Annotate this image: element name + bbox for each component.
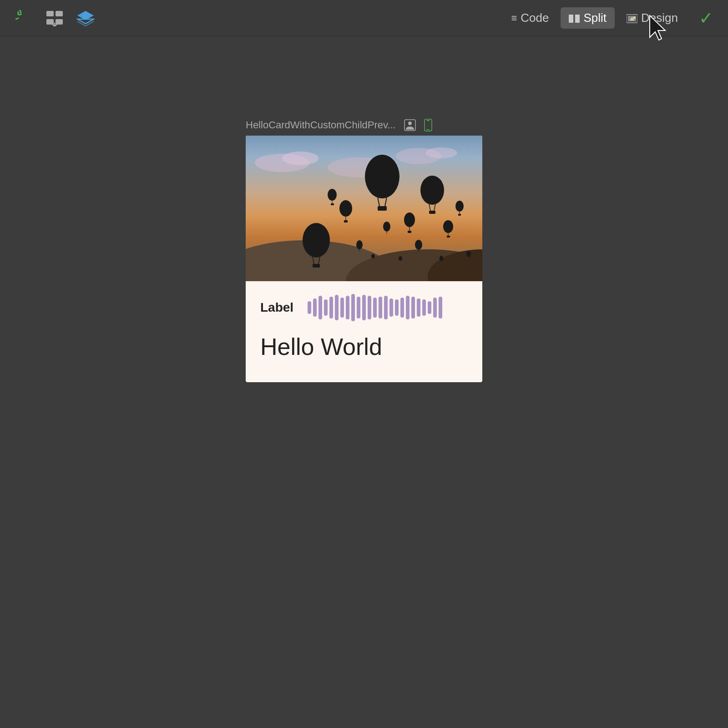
design-mode-button[interactable]: Design — [618, 7, 686, 29]
device-preview-icon[interactable] — [421, 118, 435, 132]
waveform-bar — [379, 297, 382, 318]
waveform-bar — [384, 296, 388, 319]
person-preview-icon[interactable] — [403, 118, 417, 132]
svg-rect-43 — [408, 231, 411, 233]
svg-rect-40 — [344, 220, 348, 222]
design-mode-label: Design — [641, 11, 678, 25]
layout-icon[interactable] — [46, 9, 64, 27]
toolbar-left — [15, 9, 95, 27]
svg-line-36 — [434, 204, 435, 211]
svg-rect-33 — [313, 264, 320, 268]
svg-rect-46 — [447, 236, 450, 238]
design-icon — [627, 12, 637, 24]
preview-label-row: HelloCardWithCustomChildPrev... — [246, 118, 435, 132]
waveform-bar — [329, 297, 333, 318]
toolbar: ≡ Code Split Design ✓ — [0, 0, 728, 36]
layers-icon[interactable] — [76, 9, 95, 27]
card-photo — [246, 136, 482, 281]
svg-point-30 — [303, 223, 330, 258]
canvas-area: HelloCardWithCustomChildPrev... — [0, 36, 728, 728]
svg-rect-1 — [56, 11, 63, 16]
waveform — [308, 294, 442, 321]
split-icon — [569, 12, 580, 24]
svg-rect-15 — [425, 119, 432, 131]
waveform-bar — [318, 296, 322, 319]
preview-wrapper: HelloCardWithCustomChildPrev... — [246, 118, 482, 382]
svg-line-28 — [385, 197, 387, 206]
svg-rect-29 — [378, 206, 387, 211]
svg-point-62 — [371, 254, 375, 258]
card-label: Label — [260, 300, 297, 315]
confirm-checkmark[interactable]: ✓ — [699, 8, 713, 28]
svg-point-57 — [383, 222, 390, 232]
waveform-bar — [417, 298, 420, 317]
svg-rect-3 — [56, 19, 63, 25]
svg-point-50 — [455, 201, 464, 212]
svg-line-35 — [429, 204, 430, 211]
svg-point-26 — [365, 155, 399, 198]
waveform-bar — [351, 294, 355, 321]
split-mode-label: Split — [583, 11, 607, 25]
svg-rect-37 — [429, 211, 435, 214]
waveform-bar — [313, 298, 317, 317]
waveform-bar — [340, 298, 344, 318]
code-mode-label: Code — [521, 11, 549, 25]
component-name-label: HelloCardWithCustomChildPrev... — [246, 119, 396, 131]
code-mode-button[interactable]: ≡ Code — [503, 7, 557, 29]
svg-rect-0 — [46, 11, 54, 16]
waveform-bar — [324, 299, 328, 316]
svg-point-38 — [339, 200, 352, 217]
svg-rect-52 — [458, 214, 461, 216]
svg-point-59 — [466, 251, 471, 257]
waveform-bar — [357, 297, 360, 318]
waveform-bar — [422, 299, 426, 316]
waveform-bar — [335, 295, 339, 320]
svg-rect-49 — [331, 203, 334, 205]
waveform-bar — [346, 296, 349, 319]
toolbar-right: ≡ Code Split Design ✓ — [503, 7, 713, 29]
waveform-bar — [406, 296, 410, 319]
svg-point-21 — [425, 147, 457, 158]
svg-point-41 — [404, 212, 415, 227]
waveform-bar — [368, 296, 371, 319]
svg-rect-2 — [46, 19, 54, 25]
svg-point-55 — [356, 240, 363, 249]
waveform-bar — [428, 301, 431, 314]
svg-rect-8 — [575, 15, 580, 23]
waveform-bar — [373, 298, 377, 318]
svg-point-14 — [408, 121, 412, 125]
waveform-bar — [308, 301, 311, 314]
waveform-bar — [395, 299, 399, 316]
svg-point-12 — [633, 16, 636, 19]
svg-point-47 — [328, 189, 337, 201]
svg-point-61 — [399, 256, 402, 261]
waveform-bar — [411, 297, 415, 318]
svg-point-53 — [415, 240, 422, 250]
svg-rect-7 — [569, 15, 573, 23]
photo-balloons-svg — [246, 136, 482, 281]
svg-line-27 — [378, 197, 379, 206]
refresh-icon[interactable] — [15, 9, 33, 27]
waveform-bar — [362, 295, 366, 320]
svg-point-34 — [420, 176, 444, 205]
hello-card: Label Hello World — [246, 136, 482, 382]
svg-point-44 — [443, 220, 453, 233]
svg-point-19 — [282, 152, 318, 165]
card-title: Hello World — [246, 326, 482, 364]
card-label-row: Label — [246, 281, 482, 326]
waveform-bar — [439, 297, 442, 318]
preview-icons — [403, 118, 435, 132]
split-mode-button[interactable]: Split — [561, 7, 615, 29]
waveform-bar — [389, 298, 393, 317]
waveform-bar — [433, 298, 437, 318]
code-lines-icon: ≡ — [511, 12, 517, 24]
waveform-bar — [400, 298, 404, 318]
svg-point-60 — [440, 256, 443, 261]
